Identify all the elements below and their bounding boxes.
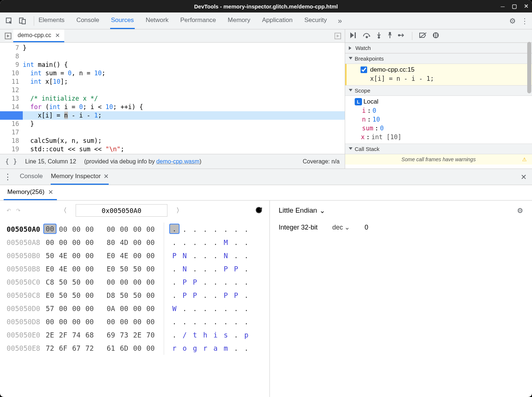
scope-section-header[interactable]: Scope <box>345 85 532 96</box>
settings-gear-icon[interactable]: ⚙ <box>509 17 516 25</box>
hex-viewer[interactable]: 005050A00000000000000000........005050A8… <box>0 220 269 397</box>
scope-local-header[interactable]: L Local <box>349 97 532 106</box>
step-into-icon[interactable] <box>376 32 382 40</box>
svg-rect-15 <box>436 33 437 37</box>
tab-network[interactable]: Network <box>145 12 169 29</box>
drawer-tab-console[interactable]: Console <box>20 169 43 185</box>
chevron-down-icon: ⌄ <box>319 206 325 215</box>
maximize-icon[interactable]: ▢ <box>511 3 517 9</box>
svg-rect-5 <box>355 32 356 38</box>
pause-exceptions-icon[interactable] <box>432 32 439 40</box>
debugger-sidebar: Watch Breakpoints demo-cpp.cc:15 x[i] = … <box>345 29 532 169</box>
breakpoint-checkbox[interactable] <box>361 66 367 73</box>
device-icon[interactable] <box>17 15 28 26</box>
hex-row[interactable]: 005050D0570000000A000000W....... <box>7 302 263 315</box>
memory-tab-label: Memory(256) <box>7 188 44 196</box>
scrollbar-thumb[interactable] <box>527 42 531 93</box>
page-next-icon[interactable]: 〉 <box>176 206 183 215</box>
callstack-section-header[interactable]: Call Stack <box>345 144 532 154</box>
kebab-menu-icon[interactable]: ⋮ <box>521 17 528 25</box>
local-badge-icon: L <box>355 98 362 105</box>
hex-row[interactable]: 005050B0504E0000E04E0000PN...N.. <box>7 249 263 262</box>
separator <box>412 32 412 40</box>
step-out-icon[interactable] <box>387 32 393 40</box>
value-display: 0 <box>365 224 368 231</box>
wasm-link[interactable]: demo-cpp.wasm <box>156 158 199 165</box>
tab-security[interactable]: Security <box>304 12 327 29</box>
scope-var-n: n: 10 <box>349 115 532 124</box>
svg-point-10 <box>389 32 391 34</box>
close-file-tab-icon[interactable]: ✕ <box>55 32 60 39</box>
close-memory-tab-icon[interactable]: ✕ <box>48 188 53 196</box>
callstack-warning: Some call frames have warnings <box>345 154 532 165</box>
separator <box>34 16 34 26</box>
main-toolbar: ElementsConsoleSourcesNetworkPerformance… <box>0 12 532 29</box>
deactivate-breakpoints-icon[interactable] <box>419 32 427 40</box>
svg-point-8 <box>378 37 380 38</box>
hex-row[interactable]: 005050C0C850500000000000.PP..... <box>7 275 263 289</box>
breakpoint-item[interactable]: demo-cpp.cc:15 x[i] = n - i - 1; <box>345 64 532 85</box>
resume-icon[interactable] <box>350 32 358 40</box>
window-titlebar: DevTools - memory-inspector.glitch.me/de… <box>0 0 532 12</box>
scope-var-x[interactable]: x: int [10] <box>349 133 532 141</box>
hex-row[interactable]: 005050D80000000000000000........ <box>7 315 263 328</box>
scope-var-sum: sum: 0 <box>349 124 532 133</box>
file-tab-demo-cpp[interactable]: demo-cpp.cc ✕ <box>13 29 64 42</box>
address-input[interactable] <box>76 204 167 217</box>
hex-row[interactable]: 005050B8E04E0000E0505000.N...PP. <box>7 262 263 275</box>
watch-section-header[interactable]: Watch <box>345 43 532 53</box>
breakpoint-location: demo-cpp.cc:15 <box>370 66 415 73</box>
code-editor[interactable]: 789101112131415161718192021 } int main()… <box>0 43 345 154</box>
memory-tab[interactable]: Memory(256) ✕ <box>4 185 57 200</box>
tab-application[interactable]: Application <box>261 12 293 29</box>
value-type-label: Integer 32-bit <box>279 224 318 231</box>
tab-console[interactable]: Console <box>76 12 100 29</box>
drawer-tab-memory-inspector[interactable]: Memory Inspector✕ <box>51 169 109 185</box>
svg-point-6 <box>366 36 368 38</box>
tab-elements[interactable]: Elements <box>38 12 65 29</box>
svg-point-13 <box>433 32 439 38</box>
value-interpretation-row: Integer 32-bit dec⌄ 0 <box>270 220 532 234</box>
value-format-selector[interactable]: dec⌄ <box>332 223 350 231</box>
more-tabs-icon[interactable]: » <box>338 17 342 25</box>
tab-performance[interactable]: Performance <box>180 12 217 29</box>
inspect-icon[interactable] <box>4 15 15 26</box>
endianness-selector[interactable]: Little Endian⌄ <box>279 206 325 215</box>
page-prev-icon[interactable]: 〈 <box>60 206 67 215</box>
run-snippet-icon[interactable] <box>334 29 345 42</box>
cursor-position: Line 15, Column 12 <box>25 158 76 165</box>
chevron-down-icon: ⌄ <box>344 223 350 231</box>
editor-status-bar: { } Line 15, Column 12 (provided via deb… <box>0 154 345 169</box>
debug-provenance: (provided via debug info by demo-cpp.was… <box>84 158 201 165</box>
value-settings-icon[interactable]: ⚙ <box>517 206 523 215</box>
hex-row[interactable]: 005050E8726F6772616D0000rogram.. <box>7 342 263 355</box>
svg-point-11 <box>398 35 400 36</box>
step-over-icon[interactable] <box>363 32 371 40</box>
debugger-toolbar <box>345 29 532 43</box>
breakpoints-section-header[interactable]: Breakpoints <box>345 53 532 64</box>
refresh-icon[interactable] <box>255 206 263 215</box>
close-drawer-tab-icon[interactable]: ✕ <box>104 173 109 180</box>
hex-row[interactable]: 005050A800000000804D0000.....M.. <box>7 236 263 249</box>
coverage-status: Coverage: n/a <box>303 158 340 165</box>
hex-row[interactable]: 005050C8E0505000D8505000.PP..PP. <box>7 289 263 302</box>
pretty-print-icon[interactable]: { } <box>5 158 17 165</box>
tab-sources[interactable]: Sources <box>110 12 134 29</box>
window-title: DevTools - memory-inspector.glitch.me/de… <box>194 3 338 10</box>
file-tab-label: demo-cpp.cc <box>18 32 51 39</box>
minimize-icon[interactable]: ─ <box>500 3 506 9</box>
hex-row[interactable]: 005050E02E2F746869732E70./this.p <box>7 328 263 342</box>
scope-var-i: i: 0 <box>349 106 532 115</box>
history-back-icon[interactable]: ↶ <box>7 207 11 213</box>
step-icon[interactable] <box>398 32 405 39</box>
tab-memory[interactable]: Memory <box>227 12 251 29</box>
drawer-more-icon[interactable]: ⋮ <box>4 172 12 182</box>
close-window-icon[interactable]: ✕ <box>523 3 529 9</box>
navigator-toggle-icon[interactable] <box>3 29 13 42</box>
history-forward-icon[interactable]: ↷ <box>16 207 21 213</box>
svg-rect-2 <box>22 19 25 24</box>
close-drawer-icon[interactable]: ✕ <box>521 173 527 181</box>
hex-row[interactable]: 005050A00000000000000000........ <box>7 223 263 236</box>
svg-rect-14 <box>434 33 435 37</box>
breakpoint-code: x[i] = n - i - 1; <box>361 75 528 82</box>
